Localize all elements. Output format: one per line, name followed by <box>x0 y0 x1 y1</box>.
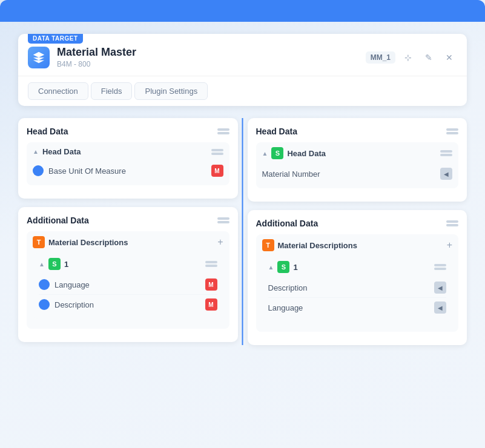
right-group-1-subsection: ▲ S 1 Description ◀ <box>262 256 453 322</box>
left-head-sub-rows-icon[interactable] <box>211 149 223 155</box>
field-name-description-right: Description <box>268 283 308 292</box>
right-additional-title: Additional Data <box>256 219 318 228</box>
field-row-base-unit: Base Unit Of Measure M <box>33 161 223 180</box>
chevron-up-icon-2: ▲ <box>39 261 45 268</box>
badge-t-left: T <box>33 236 45 248</box>
badge-m-language: M <box>205 278 217 291</box>
tab-fields[interactable]: Fields <box>91 82 133 100</box>
right-head-section: Head Data ▲ S Head Data <box>248 118 467 202</box>
left-group1-title: ▲ S 1 <box>39 258 68 270</box>
left-mat-desc-header: T Material Descriptions + <box>33 236 223 248</box>
card-title-area: Material Master B4M - 800 <box>28 46 136 68</box>
badge-s-left: S <box>48 258 61 270</box>
main-content: DATA TARGET Material Master B4M - 800 MM… <box>0 22 485 357</box>
right-head-sub-label: Head Data <box>287 149 326 158</box>
left-group1-label: 1 <box>64 260 68 269</box>
left-head-subsection: ▲ Head Data Base Unit Of Measure M <box>27 142 229 185</box>
badge-m-base-unit: M <box>211 165 223 177</box>
left-group1-rows-icon[interactable] <box>205 261 217 267</box>
badge-t-right: T <box>262 239 274 251</box>
left-head-sub-label: Head Data <box>42 147 81 156</box>
right-group1-title: ▲ S 1 <box>268 261 298 273</box>
field-left-base-unit: Base Unit Of Measure <box>33 165 126 176</box>
title-text-block: Material Master B4M - 800 <box>57 46 136 68</box>
right-head-sub-title: ▲ S Head Data <box>262 147 326 159</box>
edit-icon[interactable]: ✎ <box>421 50 437 65</box>
right-mat-desc-label: Material Descriptions <box>278 241 358 250</box>
left-additional-section: Additional Data T Material Descriptions … <box>18 207 238 342</box>
chevron-up-icon: ▲ <box>33 148 39 155</box>
right-head-sub-header: ▲ S Head Data <box>262 147 453 159</box>
field-row-material-number: Material Number ◀ <box>262 164 453 183</box>
right-additional-header: Additional Data <box>256 219 459 228</box>
connector-dot-description <box>39 299 50 310</box>
data-target-badge: DATA TARGET <box>28 34 83 44</box>
mm1-badge: MM_1 <box>366 51 395 64</box>
columns-layout: Head Data ▲ Head Data <box>18 118 467 345</box>
left-head-sub-header: ▲ Head Data <box>33 147 223 156</box>
card-actions: MM_1 ⊹ ✎ ✕ <box>366 50 457 65</box>
right-group1-rows-icon[interactable] <box>434 264 446 270</box>
right-column: Head Data ▲ S Head Data <box>248 118 467 345</box>
badge-s-right-head: S <box>271 147 283 159</box>
field-row-description-left: Description M <box>39 295 217 314</box>
field-left-description: Description <box>39 299 94 310</box>
left-head-header: Head Data <box>27 127 229 136</box>
chevron-up-icon-right-2: ▲ <box>268 264 274 271</box>
field-row-description-right: Description ◀ <box>268 278 447 298</box>
left-column: Head Data ▲ Head Data <box>18 118 238 345</box>
left-mat-desc-title: T Material Descriptions <box>33 236 128 248</box>
card-title: Material Master <box>57 46 136 59</box>
close-icon[interactable]: ✕ <box>441 50 457 65</box>
right-additional-rows-icon[interactable] <box>446 220 458 226</box>
chevron-up-icon-right: ▲ <box>262 150 268 157</box>
right-head-title: Head Data <box>256 127 297 136</box>
field-row-language-right: Language ◀ <box>268 298 447 317</box>
field-left-description-right: Description <box>268 283 308 292</box>
badge-arrow-material-number: ◀ <box>440 168 452 180</box>
left-additional-title: Additional Data <box>27 216 89 225</box>
field-row-language-left: Language M <box>39 275 217 295</box>
right-group1-label: 1 <box>293 263 297 272</box>
field-left-language-right: Language <box>268 303 303 312</box>
left-additional-rows-icon[interactable] <box>217 217 229 223</box>
card-header: Material Master B4M - 800 MM_1 ⊹ ✎ ✕ <box>18 34 467 76</box>
right-mat-desc-header: T Material Descriptions + <box>262 239 453 251</box>
right-mat-desc-title: T Material Descriptions <box>262 239 358 251</box>
field-left-language: Language <box>39 279 90 290</box>
tab-connection[interactable]: Connection <box>28 82 88 100</box>
badge-s-right-group: S <box>277 261 289 273</box>
left-head-section: Head Data ▲ Head Data <box>18 118 238 199</box>
badge-arrow-language: ◀ <box>434 301 446 314</box>
left-head-rows-icon[interactable] <box>217 128 229 134</box>
tab-plugin-settings[interactable]: Plugin Settings <box>134 82 208 100</box>
master-card: DATA TARGET Material Master B4M - 800 MM… <box>18 34 467 106</box>
right-head-header: Head Data <box>256 127 459 136</box>
right-head-sub-rows-icon[interactable] <box>440 150 452 156</box>
right-additional-section: Additional Data T Material Descriptions … <box>248 210 467 345</box>
connector-dot-language <box>39 279 50 290</box>
right-head-rows-icon[interactable] <box>446 128 458 134</box>
right-material-desc-subsection: T Material Descriptions + ▲ S 1 <box>256 234 459 332</box>
field-name-material-number: Material Number <box>262 170 320 179</box>
left-mat-desc-label: Material Descriptions <box>48 238 128 247</box>
top-bar <box>0 0 485 22</box>
adjust-icon[interactable]: ⊹ <box>400 50 416 65</box>
left-head-sub-title: ▲ Head Data <box>33 147 81 156</box>
stack-icon <box>28 47 50 68</box>
field-name-description: Description <box>54 300 94 309</box>
field-name-language-right: Language <box>268 303 303 312</box>
connector-dot <box>33 165 44 176</box>
field-name-base-unit: Base Unit Of Measure <box>48 166 126 176</box>
left-head-title: Head Data <box>27 127 68 136</box>
right-head-subsection: ▲ S Head Data Material Number ◀ <box>256 142 459 188</box>
plus-button-right[interactable]: + <box>447 240 452 250</box>
left-group1-header: ▲ S 1 <box>39 258 217 270</box>
left-additional-header: Additional Data <box>27 216 229 225</box>
right-group1-header: ▲ S 1 <box>268 261 447 273</box>
left-group-1-subsection: ▲ S 1 Language <box>33 253 223 319</box>
badge-m-description: M <box>205 298 217 311</box>
badge-arrow-description: ◀ <box>434 282 446 294</box>
left-material-desc-subsection: T Material Descriptions + ▲ S 1 <box>27 231 229 329</box>
plus-button-left[interactable]: + <box>217 237 223 247</box>
